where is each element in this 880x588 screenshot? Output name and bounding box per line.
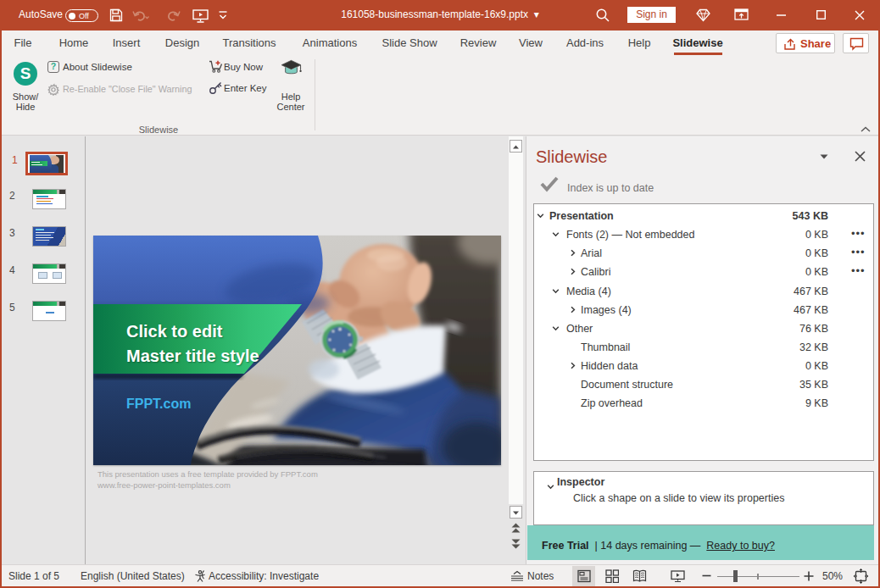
svg-text:FPPT.com: FPPT.com [126, 397, 191, 411]
svg-text:Master title style: Master title style [126, 347, 259, 365]
svg-text:Click to edit: Click to edit [126, 322, 223, 341]
